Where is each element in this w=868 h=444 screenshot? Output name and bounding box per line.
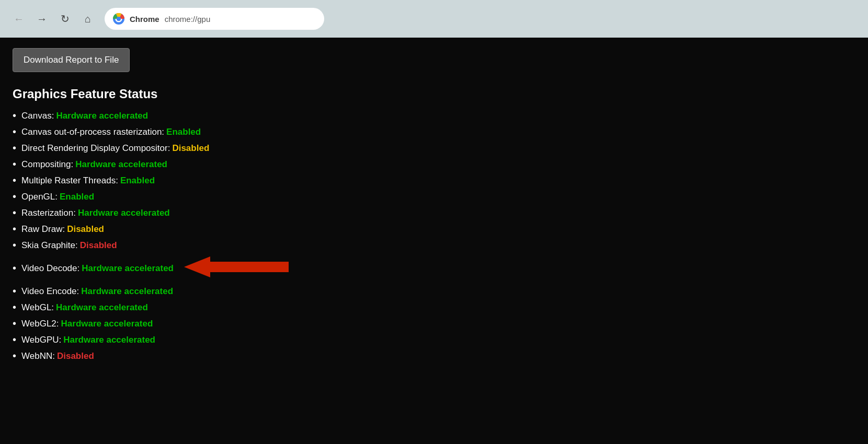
red-arrow-icon — [184, 255, 289, 278]
feature-name: Direct Rendering Display Compositor: — [21, 143, 170, 154]
feature-list-item: Raw Draw: Disabled — [13, 223, 855, 235]
feature-status: Hardware accelerated — [56, 111, 148, 121]
address-bar[interactable]: Chrome chrome://gpu — [105, 8, 324, 30]
page-content: Download Report to File Graphics Feature… — [0, 38, 868, 444]
feature-list-item: Video Decode: Hardware accelerated — [13, 255, 855, 281]
chrome-logo-icon — [113, 13, 124, 25]
forward-button[interactable]: → — [33, 10, 50, 27]
feature-status: Enabled — [120, 176, 155, 186]
feature-status: Disabled — [80, 240, 117, 251]
reload-button[interactable]: ↻ — [56, 10, 73, 27]
feature-name: WebGL: — [21, 302, 54, 313]
feature-list-item: Skia Graphite: Disabled — [13, 239, 855, 251]
feature-list-item: Rasterization: Hardware accelerated — [13, 207, 855, 219]
feature-status: Hardware accelerated — [75, 159, 167, 170]
download-report-button[interactable]: Download Report to File — [13, 48, 130, 72]
feature-name: WebGPU: — [21, 335, 61, 345]
feature-name: Video Decode: — [21, 263, 79, 274]
feature-name: Canvas: — [21, 111, 54, 121]
feature-list-item: WebGL2: Hardware accelerated — [13, 318, 855, 330]
feature-list-item: WebNN: Disabled — [13, 350, 855, 362]
feature-list-item: OpenGL: Enabled — [13, 191, 855, 203]
feature-list-item: WebGPU: Hardware accelerated — [13, 334, 855, 346]
feature-status: Hardware accelerated — [63, 335, 155, 345]
feature-status: Disabled — [67, 224, 104, 235]
feature-status: Disabled — [172, 143, 209, 154]
feature-name: Multiple Raster Threads: — [21, 176, 118, 186]
nav-buttons: ← → ↻ ⌂ — [10, 10, 96, 27]
feature-list-item: Canvas: Hardware accelerated — [13, 110, 855, 122]
feature-name: WebGL2: — [21, 319, 59, 329]
browser-bar: ← → ↻ ⌂ Chrome chrome://gpu — [0, 0, 868, 38]
home-button[interactable]: ⌂ — [79, 10, 96, 27]
back-button[interactable]: ← — [10, 10, 27, 27]
feature-status: Hardware accelerated — [81, 286, 173, 297]
section-title: Graphics Feature Status — [13, 87, 855, 101]
feature-status: Hardware accelerated — [61, 319, 153, 329]
url-display: chrome://gpu — [165, 15, 211, 24]
feature-status: Hardware accelerated — [78, 208, 170, 218]
svg-point-3 — [117, 17, 121, 21]
feature-list: Canvas: Hardware acceleratedCanvas out-o… — [13, 110, 855, 362]
feature-list-item: Multiple Raster Threads: Enabled — [13, 174, 855, 186]
feature-name: Video Encode: — [21, 286, 79, 297]
feature-name: OpenGL: — [21, 192, 58, 202]
feature-list-item: Compositing: Hardware accelerated — [13, 158, 855, 170]
feature-list-item: Direct Rendering Display Compositor: Dis… — [13, 142, 855, 154]
feature-name: Raw Draw: — [21, 224, 65, 235]
feature-status: Disabled — [57, 351, 94, 361]
feature-list-item: Video Encode: Hardware accelerated — [13, 285, 855, 297]
feature-status: Enabled — [60, 192, 94, 202]
feature-name: Skia Graphite: — [21, 240, 78, 251]
feature-status: Hardware accelerated — [56, 302, 148, 313]
red-arrow-annotation — [184, 255, 289, 281]
site-name: Chrome — [130, 15, 159, 24]
feature-name: WebNN: — [21, 351, 55, 361]
feature-status: Enabled — [166, 127, 201, 137]
feature-list-item: Canvas out-of-process rasterization: Ena… — [13, 126, 855, 138]
feature-name: Rasterization: — [21, 208, 76, 218]
feature-list-item: WebGL: Hardware accelerated — [13, 301, 855, 313]
svg-marker-4 — [184, 256, 289, 277]
feature-name: Canvas out-of-process rasterization: — [21, 127, 164, 137]
feature-status: Hardware accelerated — [82, 263, 174, 274]
feature-name: Compositing: — [21, 159, 73, 170]
